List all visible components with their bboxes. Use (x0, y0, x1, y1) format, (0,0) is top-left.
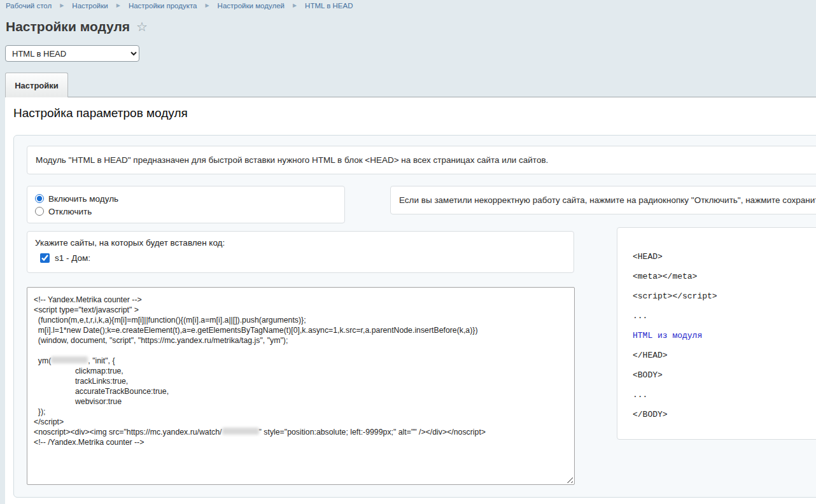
breadcrumb-item[interactable]: Настройки продукта (129, 2, 197, 10)
censored-id-blob (51, 356, 88, 363)
code-line: }); (34, 407, 568, 417)
code-line: (function(m,e,t,r,i,k,a){m[i]=m[i]||func… (34, 315, 568, 325)
module-state-option[interactable]: Включить модуль (35, 192, 337, 205)
module-state-label: Включить модуль (48, 194, 118, 204)
module-info-text: Модуль "HTML в HEAD" предназначен для бы… (36, 155, 548, 165)
breadcrumb-separator-icon: ▶ (293, 3, 297, 8)
head-structure-line: ... (633, 385, 816, 405)
section-title: Настройка параметров модуля (13, 106, 188, 120)
tab-strip-divider (5, 97, 816, 97)
code-line: trackLinks:true, (34, 376, 568, 386)
code-line: <!-- Yandex.Metrika counter --> (34, 295, 568, 305)
favorite-star-icon[interactable]: ☆ (136, 20, 148, 33)
site-checkbox-label: s1 - Дом: (55, 253, 90, 263)
head-structure-line: <BODY> (633, 365, 816, 385)
code-text: <noscript><div><img src="https://mc.yand… (34, 428, 222, 437)
code-line: <noscript><div><img src="https://mc.yand… (34, 427, 568, 437)
breadcrumb-separator-icon: ▶ (205, 3, 209, 8)
sites-box: Укажите сайты, на которых будет вставлен… (27, 231, 574, 273)
html-from-module-line: HTML из модуля (633, 326, 816, 346)
breadcrumb-item[interactable]: Настройки (72, 2, 108, 10)
module-select[interactable]: HTML в HEAD (5, 45, 139, 62)
breadcrumb-item[interactable]: HTML в HEAD (305, 2, 353, 10)
head-structure-line: </HEAD> (633, 346, 816, 365)
site-checkbox-row[interactable]: s1 - Дом: (40, 253, 566, 263)
code-line: ym(, "init", { (34, 356, 568, 366)
module-state-box: Включить модульОтключить (27, 186, 345, 223)
sites-label: Укажите сайты, на которых будет вставлен… (35, 238, 566, 248)
module-state-radio[interactable] (35, 207, 44, 216)
code-line: (window, document, "script", "https://mc… (34, 335, 568, 346)
module-state-label: Отключить (48, 207, 92, 216)
code-line (34, 346, 568, 356)
page-title-row: Настройки модуля ☆ (6, 19, 148, 34)
code-line: m[i].l=1*new Date();k=e.createElement(t)… (34, 325, 568, 335)
code-text: ym( (34, 356, 51, 365)
head-structure-panel: <HEAD><meta></meta><script></script>...H… (617, 227, 816, 440)
module-info-box: Модуль "HTML в HEAD" предназначен для бы… (27, 146, 816, 174)
tab-settings[interactable]: Настройки (5, 73, 68, 97)
page-title: Настройки модуля (6, 19, 130, 34)
code-line: <!-- /Yandex.Metrika counter --> (34, 437, 568, 447)
code-line: webvisor:true (34, 396, 568, 407)
resize-handle-icon[interactable] (565, 475, 573, 483)
breadcrumb-separator-icon: ▶ (60, 3, 64, 8)
code-line: <script type="text/javascript" > (34, 305, 568, 315)
warning-box: Если вы заметили некорректную работу сай… (390, 186, 816, 214)
breadcrumb: Рабочий стол▶Настройки▶Настройки продукт… (6, 2, 353, 10)
head-structure-line: </BODY> (633, 405, 816, 424)
code-line: </script> (34, 417, 568, 427)
code-line: clickmap:true, (34, 366, 568, 376)
content-area: Настройка параметров модуля Модуль "HTML… (5, 97, 816, 504)
breadcrumb-item[interactable]: Настройки модулей (218, 2, 285, 10)
code-line: accurateTrackBounce:true, (34, 386, 568, 396)
censored-id-blob (222, 428, 259, 435)
breadcrumb-separator-icon: ▶ (116, 3, 120, 8)
module-state-option[interactable]: Отключить (35, 205, 337, 218)
site-checkbox[interactable] (40, 253, 50, 263)
head-structure-line: ... (633, 306, 816, 326)
module-parameters-box: Модуль "HTML в HEAD" предназначен для бы… (13, 135, 816, 498)
module-state-radio[interactable] (35, 194, 44, 203)
code-text: " style="position:absolute; left:-9999px… (259, 428, 486, 437)
tab-settings-label: Настройки (15, 81, 59, 90)
warning-text: Если вы заметили некорректную работу сай… (399, 195, 816, 205)
code-editor[interactable]: <!-- Yandex.Metrika counter --><script t… (27, 287, 575, 485)
code-text: , "init", { (88, 356, 115, 365)
module-settings-page: Рабочий стол▶Настройки▶Настройки продукт… (0, 0, 816, 504)
head-structure-line: <meta></meta> (633, 267, 816, 286)
head-structure-line: <script></script> (633, 286, 816, 306)
head-structure-line: <HEAD> (633, 247, 816, 267)
breadcrumb-item[interactable]: Рабочий стол (6, 2, 52, 10)
